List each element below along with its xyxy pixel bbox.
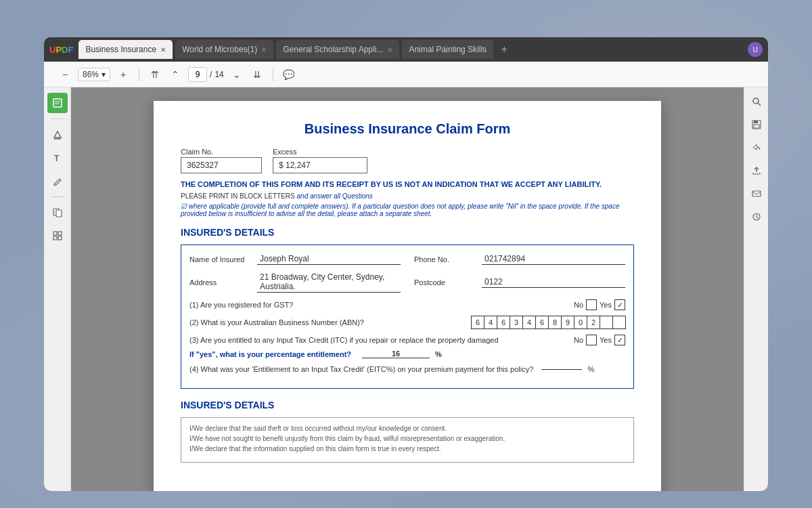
zoom-display[interactable]: 86% ▾ [78,68,110,81]
svg-rect-15 [754,121,758,123]
tab-close-icon[interactable]: ✕ [160,46,166,54]
sidebar-item-organize[interactable] [47,226,68,246]
zoom-value: 86% [83,70,99,79]
tab-animal-painting[interactable]: Animal Painting Skills [402,40,493,59]
title-bar-right: U [748,42,763,57]
sidebar-item-highlight[interactable] [47,125,68,145]
postcode-value: 0122 [482,276,625,288]
q1-radio-group: No Yes ✓ [574,299,625,310]
right-sidebar-email[interactable] [748,185,765,203]
page-input[interactable] [188,67,207,82]
q1-text: (1) Are you registered for GST? [189,301,293,309]
sidebar-item-draw[interactable] [47,171,68,191]
claim-no-value: 3625327 [181,157,262,173]
q3-radio-group: No Yes ✓ [574,335,625,345]
sidebar-item-pages[interactable] [47,203,68,223]
q3-no-label: No [574,336,583,344]
percent-symbol: % [435,350,442,358]
right-sidebar [744,87,768,491]
declaration-line-3: I/We declare that the information suppli… [189,445,625,452]
right-sidebar-upload[interactable] [748,162,765,179]
toolbar: − 86% ▾ + ⇈ ⌃ / 14 ⌄ ⇊ 💬 [44,62,768,87]
tab-label: Animal Painting Skills [409,45,487,54]
svg-rect-0 [53,99,62,107]
zoom-chevron-icon: ▾ [102,70,106,79]
document-area[interactable]: Business Insurance Claim Form Claim No. … [71,87,744,491]
svg-rect-9 [58,232,62,235]
phone-label: Phone No. [414,255,482,263]
abn-row: 6 4 6 3 4 6 8 9 0 2 [471,316,625,329]
add-tab-button[interactable]: + [496,41,512,58]
svg-rect-8 [53,232,57,235]
q4-percentage-value [541,369,582,370]
last-page-button[interactable]: ⇊ [250,67,265,82]
sidebar-item-text[interactable]: T [47,148,68,168]
app-window: UPDF Business Insurance ✕ World of Micro… [44,37,768,491]
left-sidebar: • T [44,87,71,491]
user-avatar: U [748,42,763,57]
q4-row: (4) What was your 'Entitlement to an Inp… [189,365,625,373]
abn-cell-9: 2 [587,316,600,329]
q1-yes-label: Yes [600,301,612,309]
q3-no-checkbox[interactable] [586,335,597,345]
q3-text: (3) Are you entitled to any Input Tax Cr… [189,336,499,344]
first-page-button[interactable]: ⇈ [148,67,162,82]
svg-rect-11 [58,236,62,240]
svg-rect-7 [56,210,62,217]
abn-cell-10 [600,316,613,329]
q3-main-row: (3) Are you entitled to any Input Tax Cr… [189,335,625,345]
total-pages: 14 [215,70,223,79]
abn-cell-2: 6 [497,316,510,329]
abn-cell-1: 4 [484,316,497,329]
abn-cell-7: 9 [561,316,574,329]
print-note: PLEASE PRINT IN BLOCK LETTERS and answer… [181,192,634,200]
right-sidebar-history[interactable] [748,208,765,226]
prev-page-button[interactable]: ⌃ [168,67,183,82]
q1-yes-checkbox[interactable]: ✓ [614,299,625,310]
abn-cell-11 [612,316,626,329]
q1-no-checkbox[interactable] [586,299,597,310]
tab-close-icon[interactable]: ✕ [261,46,267,54]
postcode-label: Postcode [414,278,482,287]
q3-row: (3) Are you entitled to any Input Tax Cr… [189,335,625,358]
app-logo: UPDF [49,45,73,55]
q4-main-row: (4) What was your 'Entitlement to an Inp… [189,365,625,373]
tab-business-insurance[interactable]: Business Insurance ✕ [78,40,173,59]
q2-row: (2) What is your Australian Business Num… [189,316,625,329]
form-title: Business Insurance Claim Form [181,121,634,137]
q3-yes-label: Yes [600,336,612,344]
abn-cell-3: 3 [510,316,523,329]
abn-cell-4: 4 [522,316,536,329]
title-bar: UPDF Business Insurance ✕ World of Micro… [44,37,768,62]
toolbar-separator [139,68,139,81]
svg-rect-16 [754,125,759,128]
address-label: Address [189,278,257,287]
q1-row: (1) Are you registered for GST? No Yes ✓ [189,299,625,310]
pdf-page: Business Insurance Claim Form Claim No. … [154,101,661,491]
tab-close-icon[interactable]: ✕ [387,46,392,54]
svg-rect-10 [53,236,57,240]
right-sidebar-share[interactable] [748,139,765,156]
tab-world-of-microbes[interactable]: World of Microbes(1) ✕ [175,40,273,59]
zoom-in-button[interactable]: + [116,67,131,82]
tab-label: World of Microbes(1) [182,45,257,54]
right-sidebar-search[interactable] [748,93,765,110]
declaration-line-2: I/We have not sought to benefit unjustly… [189,435,625,442]
q3-percentage-value: 16 [362,350,430,358]
svg-line-13 [758,103,761,106]
name-label: Name of Insured [189,255,257,263]
checkbox-note: ☑ where applicable (provide full and com… [181,203,634,217]
q4-text: (4) What was your 'Entitlement to an Inp… [189,365,533,373]
zoom-out-button[interactable]: − [58,67,72,82]
next-page-button[interactable]: ⌄ [229,67,244,82]
q3-yes-checkbox[interactable]: ✓ [614,335,625,345]
tab-general-scholarship[interactable]: General Scholarship Appli... ✕ [276,40,399,59]
abn-cell-5: 6 [535,316,549,329]
address-postcode-row: Address 21 Broadway, City Center, Sydney… [189,272,625,293]
right-sidebar-save[interactable] [748,116,765,133]
excess-value: $ 12,247 [273,157,367,173]
sidebar-item-edit[interactable] [47,93,68,113]
declaration-line-1: I/We declare that the said theft or loss… [189,425,625,432]
toolbar-separator-2 [273,68,273,81]
comment-button[interactable]: 💬 [281,67,296,82]
